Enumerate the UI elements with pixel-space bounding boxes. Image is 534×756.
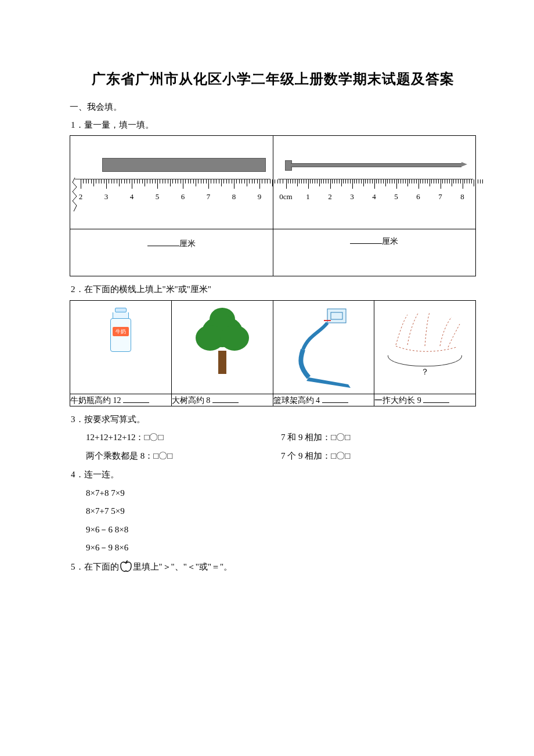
- q4-line-2: 8×7+7 5×9: [86, 502, 476, 521]
- fill-blank[interactable]: [350, 235, 382, 244]
- question-2: 2．在下面的横线上填上"米"或"厘米": [71, 281, 476, 298]
- q1-answer-left: 厘米: [70, 229, 273, 276]
- q3-a: 12+12+12+12：□〇□: [86, 429, 281, 447]
- apple-icon: [119, 560, 133, 573]
- question-3: 3．按要求写算式。: [71, 411, 476, 428]
- q2-label-4: 一拃大约长 9: [374, 394, 476, 406]
- q3-row2: 两个乘数都是 8：□〇□ 7 个 9 相加：□〇□: [86, 447, 476, 466]
- page-title: 广东省广州市从化区小学二年级上册数学期末试题及答案: [70, 70, 476, 88]
- fill-blank[interactable]: [123, 394, 149, 403]
- q4-line-3: 9×6－6 8×8: [86, 521, 476, 539]
- q4-line-1: 8×7+8 7×9: [86, 484, 476, 503]
- ruler-broken-edge-icon: [71, 178, 78, 213]
- fill-blank[interactable]: [147, 237, 179, 246]
- q2-label-3: 篮球架高约 4: [273, 394, 374, 406]
- q3-d: 7 个 9 相加：□〇□: [281, 447, 476, 466]
- ruler-2: 0cm12345678: [278, 179, 474, 211]
- q1-answer-right: 厘米: [273, 229, 476, 276]
- q2-img-hoop: [273, 300, 374, 394]
- q1-ruler-right: 0cm12345678: [273, 136, 476, 229]
- fill-blank[interactable]: [212, 394, 239, 403]
- question-5: 5．在下面的里填上"＞"、"＜"或"＝"。: [71, 559, 476, 575]
- section-heading-1: 一、我会填。: [70, 99, 476, 116]
- question-1: 1．量一量，填一填。: [71, 117, 476, 134]
- tree-icon: [193, 304, 251, 374]
- fill-blank[interactable]: [423, 394, 449, 403]
- hand-span-icon: ？: [384, 304, 466, 380]
- q2-label-1: 牛奶瓶高约 12: [70, 394, 172, 406]
- q2-table: 牛奶: [70, 300, 476, 406]
- q5-post: 里填上"＞"、"＜"或"＝"。: [133, 562, 233, 571]
- q2-label-2: 大树高约 8: [171, 394, 273, 406]
- page: 广东省广州市从化区小学二年级上册数学期末试题及答案 一、我会填。 1．量一量，填…: [0, 0, 534, 599]
- ruler-1: 23456789: [75, 179, 270, 211]
- q2-img-milk: 牛奶: [70, 300, 172, 394]
- q3-c: 两个乘数都是 8：□〇□: [86, 447, 281, 466]
- q4-line-4: 9×6－9 8×6: [86, 539, 476, 557]
- basketball-hoop-icon: [286, 303, 361, 390]
- q2-img-tree: [171, 300, 273, 394]
- q5-pre: 5．在下面的: [71, 562, 119, 571]
- fill-blank[interactable]: [322, 394, 348, 403]
- q3-b: 7 和 9 相加：□〇□: [281, 429, 476, 447]
- q2-img-hand: ？: [374, 300, 476, 394]
- milk-bottle-icon: 牛奶: [110, 308, 131, 352]
- q1-table: 23456789 0cm12345678 厘米: [70, 135, 476, 276]
- q1-ruler-left: 23456789: [70, 136, 273, 229]
- q3-row1: 12+12+12+12：□〇□ 7 和 9 相加：□〇□: [86, 429, 476, 447]
- question-4: 4．连一连。: [71, 466, 476, 483]
